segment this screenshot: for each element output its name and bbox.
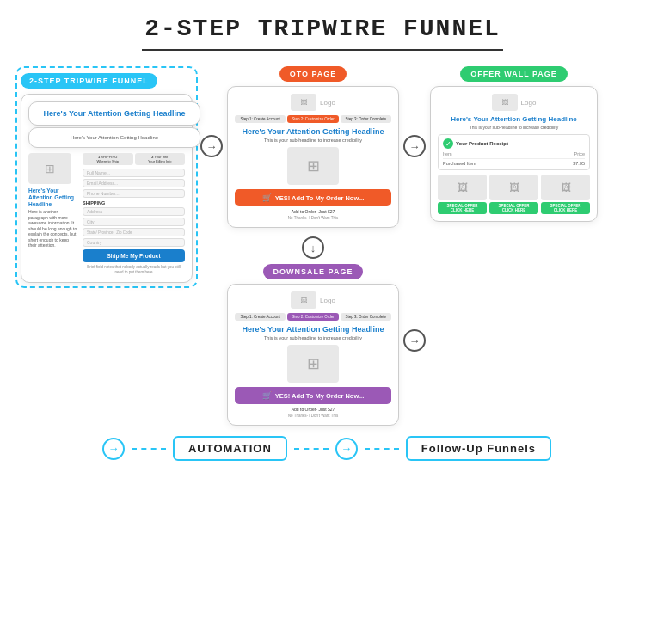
oto-logo: 🖼 Logo (235, 94, 391, 111)
arrow-circle-1: → (200, 135, 223, 157)
receipt-item: Purchased Item (443, 161, 476, 166)
field-state-zip[interactable]: State/ Province Zip Code (83, 228, 185, 236)
steps-bar: 1 SHIPPINGWhere to Ship 2 Your InfoYour … (83, 153, 185, 165)
offer-img-1: 🖼 (438, 175, 487, 200)
film-icon: ⊞ (45, 162, 55, 175)
offer-block-3: 🖼 SPECIAL OFFERCLICK HERE (541, 175, 590, 214)
oto-step-2: Step 2: Customize Order (287, 115, 338, 123)
oto-cta-label: YES! Add To My Order Now... (275, 194, 364, 202)
downsale-badge: DOWNSALE PAGE (263, 264, 364, 279)
oto-logo-box: 🖼 (291, 94, 316, 111)
offer-headline: Here's Your Attention Getting Headline (438, 115, 590, 123)
card-bottom-text: Brief field notes that nobody actually r… (83, 265, 185, 275)
price-col-header: Price (574, 151, 585, 156)
left-panel: 2-STEP TRIPWIRE FUNNEL Here's Your Atten… (15, 66, 196, 295)
oto-image: ⊞ (287, 147, 339, 185)
tripwire-card: Here's Your Attention Getting Headline H… (21, 94, 193, 283)
field-phone[interactable]: Phone Number... (83, 189, 185, 198)
tripwire-image: ⊞ (28, 153, 71, 184)
step-1: 1 SHIPPINGWhere to Ship (83, 153, 133, 165)
offer-block-1: 🖼 SPECIAL OFFERCLICK HERE (438, 175, 487, 214)
oto-step-3: Step 3: Order Complete (341, 115, 391, 123)
oto-add-text: Add to Order- Just $27 (235, 209, 391, 214)
oto-badge: OTO PAGE (280, 66, 347, 82)
offer-wall-col: OFFER WALL PAGE 🖼 Logo Here's Your Atten… (430, 66, 611, 222)
offer-logo-box: 🖼 (492, 94, 518, 111)
arrow-to-offerwall: → (399, 135, 430, 157)
oto-cta-button[interactable]: 🛒 YES! Add To My Order Now... (235, 189, 391, 206)
oto-headline: Here's Your Attention Getting Headline (235, 127, 391, 136)
bottom-row: → AUTOMATION → Follow-Up Funnels (0, 436, 645, 461)
offer-sub: This is your sub-headline to increase cr… (438, 125, 590, 130)
offer-img-3: 🖼 (541, 175, 590, 200)
arrow-circle-down: ↓ (302, 236, 324, 259)
downsale-no-thanks: No Thanks- I Don't Want This (235, 414, 391, 418)
offer-wall-badge: OFFER WALL PAGE (460, 66, 568, 82)
title-underline (142, 49, 503, 51)
followup-label: Follow-Up Funnels (406, 436, 551, 461)
shipping-label: SHIPPING (83, 200, 185, 205)
offer-img-2: 🖼 (489, 175, 538, 200)
step-2: 2 Your InfoYour Billing Info (135, 153, 186, 165)
arrow-circle-3: → (403, 329, 426, 352)
downsale-headline: Here's Your Attention Getting Headline (235, 325, 391, 334)
downsale-step-1: Step 1: Create Account (235, 313, 286, 321)
offer-images-row: 🖼 SPECIAL OFFERCLICK HERE 🖼 SPECIAL OFFE… (438, 175, 590, 214)
oto-step-1: Step 1: Create Account (235, 115, 286, 123)
downsale-logo: 🖼 Logo (235, 291, 391, 309)
offer-logo-text: Logo (521, 99, 537, 107)
downsale-image: ⊞ (287, 345, 339, 383)
bottom-arrow-1: → (102, 438, 125, 460)
downsale-steps-bar: Step 1: Create Account Step 2: Customize… (235, 313, 391, 321)
bottom-arrow-2: → (335, 438, 358, 460)
field-address[interactable]: Address (83, 207, 185, 216)
downsale-logo-box: 🖼 (291, 291, 316, 309)
left-panel-label: 2-STEP TRIPWIRE FUNNEL (21, 73, 157, 89)
cta-button[interactable]: Ship Me My Product (83, 249, 185, 262)
automation-label: AUTOMATION (173, 436, 287, 461)
field-fullname[interactable]: Full Name... (83, 169, 185, 177)
offer-btn-1[interactable]: SPECIAL OFFERCLICK HERE (438, 202, 487, 214)
downsale-card: 🖼 Logo Step 1: Create Account Step 2: Cu… (227, 284, 399, 426)
downsale-cart-icon: 🛒 (262, 391, 272, 400)
downsale-cta-label: YES! Add To My Order Now... (275, 392, 364, 400)
downsale-cta-button[interactable]: 🛒 YES! Add To My Order Now... (235, 387, 391, 404)
field-country[interactable]: Country (83, 238, 185, 247)
arrow-circle-2: → (403, 135, 426, 157)
sidebar-body: Here is another paragraph with more awes… (28, 209, 78, 248)
arrow-to-offerwall-down: → (399, 329, 430, 352)
sidebar-headline: Here's Your Attention Getting Headline (28, 187, 78, 207)
offer-wall-card: 🖼 Logo Here's Your Attention Getting Hea… (430, 86, 598, 222)
receipt-title: Your Product Receipt (456, 141, 508, 146)
offer-logo: 🖼 Logo (438, 94, 590, 111)
page-title: 2-STEP TRIPWIRE FUNNEL (0, 0, 645, 49)
downsale-logo-text: Logo (320, 297, 335, 304)
offer-block-2: 🖼 SPECIAL OFFERCLICK HERE (489, 175, 538, 214)
oto-sub: This is your sub-headline to increase cr… (235, 138, 391, 143)
oto-logo-text: Logo (320, 99, 335, 107)
dashed-line-2 (294, 448, 329, 450)
offer-btn-2[interactable]: SPECIAL OFFERCLICK HERE (489, 202, 538, 214)
item-col-header: Item (443, 151, 452, 156)
tripwire-subheadline: Here's Your Attention Getting Headline (28, 127, 200, 148)
cart-icon: 🛒 (262, 193, 272, 202)
arrow-to-oto: → (196, 135, 227, 157)
receipt-section: ✓ Your Product Receipt Item Price Purcha… (438, 134, 590, 170)
tripwire-headline: Here's Your Attention Getting Headline (28, 101, 200, 126)
downsale-step-2: Step 2: Customize Order (287, 313, 338, 321)
downsale-add-text: Add to Order- Just $27 (235, 407, 391, 412)
field-email[interactable]: Email Address... (83, 179, 185, 187)
check-icon: ✓ (443, 138, 453, 149)
field-city[interactable]: City (83, 218, 185, 226)
downsale-sub: This is your sub-headline to increase cr… (235, 335, 391, 340)
downsale-step-3: Step 3: Order Complete (341, 313, 391, 321)
receipt-price: $7.95 (573, 161, 585, 166)
arrow-down: ↓ (302, 236, 324, 259)
offer-btn-3[interactable]: SPECIAL OFFERCLICK HERE (541, 202, 590, 214)
oto-steps-bar: Step 1: Create Account Step 2: Customize… (235, 115, 391, 123)
oto-no-thanks: No Thanks- I Don't Want This (235, 216, 391, 220)
dashed-line-1 (132, 448, 166, 450)
dashed-line-3 (365, 448, 399, 450)
oto-card: 🖼 Logo Step 1: Create Account Step 2: Cu… (227, 86, 399, 228)
